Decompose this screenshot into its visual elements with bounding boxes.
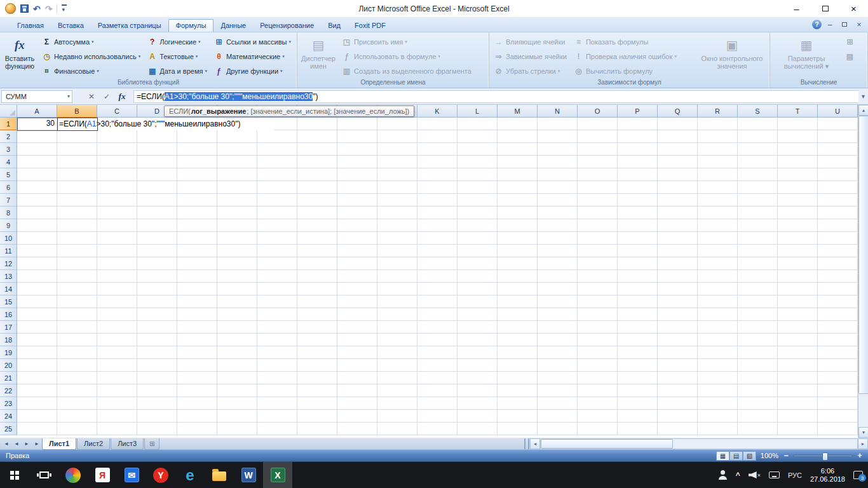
cell-C10[interactable] [97, 232, 137, 245]
cell-M12[interactable] [498, 257, 538, 270]
start-button[interactable] [0, 462, 29, 488]
cell-I24[interactable] [337, 410, 377, 423]
cell-F5[interactable] [217, 168, 257, 181]
cell-M23[interactable] [498, 397, 538, 410]
column-header-N[interactable]: N [538, 105, 578, 118]
formula-input[interactable]: =ЕСЛИ(A1>30;"больше 30";"""меньшеилиравн… [133, 90, 858, 103]
cell-U7[interactable] [818, 194, 858, 207]
cell-R13[interactable] [698, 270, 738, 283]
first-sheet-button[interactable]: ◄ [1, 438, 11, 449]
cell-P16[interactable] [618, 308, 658, 321]
cell-T7[interactable] [778, 194, 818, 207]
cell-E13[interactable] [177, 270, 217, 283]
cell-D9[interactable] [137, 219, 177, 232]
cell-D5[interactable] [137, 168, 177, 181]
lookup-functions-button[interactable]: ⊞Ссылки и массивы▾ [212, 34, 293, 49]
cell-E20[interactable] [177, 359, 217, 372]
cell-G12[interactable] [257, 257, 297, 270]
cell-G5[interactable] [257, 168, 297, 181]
cell-U1[interactable] [818, 118, 858, 130]
cell-B7[interactable] [57, 194, 97, 207]
cell-I17[interactable] [337, 321, 377, 334]
formula-bar-expand-icon[interactable]: ▼ [858, 93, 868, 100]
cell-K7[interactable] [417, 194, 458, 207]
cell-Q9[interactable] [658, 219, 698, 232]
cell-Q21[interactable] [658, 372, 698, 384]
cell-Q18[interactable] [658, 334, 698, 346]
file-explorer-icon[interactable] [205, 462, 234, 488]
cell-O14[interactable] [578, 283, 618, 295]
cell-F14[interactable] [217, 283, 257, 295]
cell-M6[interactable] [498, 181, 538, 194]
cell-G23[interactable] [257, 397, 297, 410]
cell-B24[interactable] [57, 410, 97, 423]
cell-D18[interactable] [137, 334, 177, 346]
cell-H5[interactable] [297, 168, 337, 181]
cell-D23[interactable] [137, 397, 177, 410]
math-functions-button[interactable]: θМатематические▾ [212, 49, 293, 64]
sheet-tab-2[interactable]: Лист2 [77, 438, 110, 450]
cell-D10[interactable] [137, 232, 177, 245]
cell-A22[interactable] [17, 384, 57, 397]
cell-O22[interactable] [578, 384, 618, 397]
cell-U17[interactable] [818, 321, 858, 334]
row-header-12[interactable]: 12 [0, 257, 17, 270]
cell-T4[interactable] [778, 156, 818, 168]
cell-J11[interactable] [377, 245, 417, 257]
touch-keyboard-icon[interactable] [769, 471, 780, 478]
row-header-2[interactable]: 2 [0, 130, 17, 143]
cell-E22[interactable] [177, 384, 217, 397]
cell-U3[interactable] [818, 143, 858, 156]
cell-N22[interactable] [538, 384, 578, 397]
cell-G22[interactable] [257, 384, 297, 397]
cell-R24[interactable] [698, 410, 738, 423]
cell-E25[interactable] [177, 423, 217, 435]
cell-G4[interactable] [257, 156, 297, 168]
cell-S9[interactable] [738, 219, 778, 232]
row-header-8[interactable]: 8 [0, 207, 17, 219]
cell-G25[interactable] [257, 423, 297, 435]
cell-N20[interactable] [538, 359, 578, 372]
financial-functions-button[interactable]: ¤Финансовые▾ [39, 64, 142, 78]
cell-H12[interactable] [297, 257, 337, 270]
row-header-22[interactable]: 22 [0, 384, 17, 397]
cell-C21[interactable] [97, 372, 137, 384]
cell-E17[interactable] [177, 321, 217, 334]
sheet-tab-3[interactable]: Лист3 [111, 438, 144, 450]
cell-T19[interactable] [778, 346, 818, 359]
cell-K25[interactable] [417, 423, 458, 435]
cell-H10[interactable] [297, 232, 337, 245]
cell-Q24[interactable] [658, 410, 698, 423]
cell-I22[interactable] [337, 384, 377, 397]
undo-icon[interactable]: ↶ [33, 4, 41, 13]
cell-N9[interactable] [538, 219, 578, 232]
cell-E6[interactable] [177, 181, 217, 194]
cell-P9[interactable] [618, 219, 658, 232]
cell-H3[interactable] [297, 143, 337, 156]
cell-R8[interactable] [698, 207, 738, 219]
cell-J6[interactable] [377, 181, 417, 194]
cell-J10[interactable] [377, 232, 417, 245]
cell-B6[interactable] [57, 181, 97, 194]
cell-E8[interactable] [177, 207, 217, 219]
cell-A24[interactable] [17, 410, 57, 423]
cell-P25[interactable] [618, 423, 658, 435]
sheet-tab-1[interactable]: Лист1 [42, 438, 76, 450]
cell-A23[interactable] [17, 397, 57, 410]
cell-A14[interactable] [17, 283, 57, 295]
cell-U13[interactable] [818, 270, 858, 283]
cell-H2[interactable] [297, 130, 337, 143]
cell-B17[interactable] [57, 321, 97, 334]
cell-G17[interactable] [257, 321, 297, 334]
cell-T9[interactable] [778, 219, 818, 232]
cell-M19[interactable] [498, 346, 538, 359]
cell-Q12[interactable] [658, 257, 698, 270]
zoom-slider-thumb[interactable] [822, 452, 828, 461]
cell-A12[interactable] [17, 257, 57, 270]
cell-F8[interactable] [217, 207, 257, 219]
cell-N18[interactable] [538, 334, 578, 346]
cell-U19[interactable] [818, 346, 858, 359]
cell-B16[interactable] [57, 308, 97, 321]
cell-R15[interactable] [698, 295, 738, 308]
cell-U2[interactable] [818, 130, 858, 143]
